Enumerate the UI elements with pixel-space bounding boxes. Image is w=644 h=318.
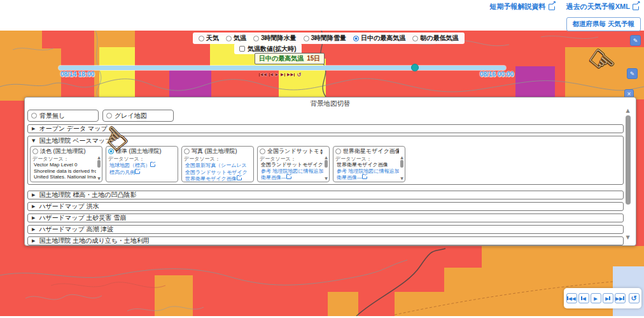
mini-playback-play-button[interactable]: ▶ (276, 73, 279, 77)
basemap-card-header[interactable]: 世界衛星モザイク画像 (国 (335, 148, 399, 155)
data-source-link[interactable]: 標高の凡例 (108, 169, 172, 176)
card-scrollbar[interactable]: ▲▼ (400, 155, 404, 180)
radio-icon (304, 36, 309, 41)
step-forward-icon: ▶ (605, 296, 610, 301)
radio-icon (226, 36, 232, 41)
map-annotate-button[interactable]: ✎ (627, 68, 638, 79)
link-past-forecast-xml[interactable]: 過去の天気予報XML (566, 2, 639, 11)
accordion-label: ハザードマップ 洪水 (39, 202, 99, 211)
data-source-link[interactable]: 衛星画像— (335, 174, 399, 181)
scrollbar-thumb[interactable] (97, 160, 101, 168)
playback-skip-end-button[interactable]: ▶▶ (615, 293, 626, 303)
background-option[interactable]: グレイ地図 (102, 110, 174, 122)
accordion-row[interactable]: ▶国土地理院 標高・土地の凹凸陰影 (27, 191, 624, 199)
data-source-link[interactable]: 参考 地理院地図に情報追加 — (335, 168, 399, 175)
top-links: 短期予報解説資料 過去の天気予報XML (490, 2, 639, 11)
scroll-down-icon[interactable]: ▼ (400, 176, 403, 180)
data-source-label: データソース： (108, 156, 172, 162)
accordions-top: ▶オープン データ マップ (27, 124, 624, 133)
scroll-up-icon[interactable]: ▲ (626, 108, 629, 113)
modal-body: 背景無しグレイ地図 ▶オープン データ マップ ▼ 国土地理院 ベースマップ 淡… (27, 110, 624, 248)
mini-playback-skip-end-button[interactable]: ▶▶ (287, 73, 295, 77)
data-source-link[interactable]: 世界衛星モザイク画像 (184, 175, 248, 182)
scrollbar-thumb[interactable] (626, 115, 631, 205)
accordion-label: 国土地理院 標高・土地の凹凸陰影 (39, 191, 136, 199)
layer-option-radio[interactable]: 気温 (226, 34, 246, 43)
checkbox-icon (239, 46, 245, 52)
playback-step-forward-button[interactable]: ▶ (603, 293, 613, 303)
accordion-row[interactable]: ▶ハザードマップ 洪水 (27, 202, 624, 211)
chevron-right-icon: ▶ (32, 126, 35, 131)
layer-option-label: 朝の最低気温 (420, 34, 458, 43)
layer-radio-group: 天気気温3時間降水量3時間降雪量日中の最高気温朝の最低気温 (193, 33, 465, 44)
accordion-row[interactable]: ▶ハザードマップ 高潮 津波 (27, 225, 624, 234)
data-source-text: Vector Map Level 0 (32, 162, 96, 168)
playback-play-button[interactable]: ▶ (591, 293, 601, 303)
data-source-link[interactable]: 参考 地理院地図に情報追加 — (260, 168, 323, 175)
layer-option-label: 気温 (234, 34, 246, 43)
link-forecast-commentary[interactable]: 短期予報解説資料 (490, 2, 555, 11)
data-source-link[interactable]: 衛星画像— (260, 174, 323, 181)
radio-icon (32, 148, 38, 154)
layer-option-radio[interactable]: 3時間降水量 (253, 34, 297, 43)
card-scrollbar[interactable]: ▲▼ (324, 155, 328, 180)
playback-reset-button[interactable]: ↺ (629, 293, 640, 303)
playback-step-back-button[interactable]: ◀ (578, 293, 589, 303)
chevron-right-icon: ▶ (32, 192, 35, 198)
scroll-up-icon[interactable]: ▲ (97, 155, 101, 159)
scroll-down-icon[interactable]: ▼ (626, 235, 629, 240)
data-source-link[interactable]: 全国最新写真（シームレス） (184, 162, 248, 169)
data-source-link[interactable]: 地球地図（標高） (108, 162, 172, 169)
scrollbar-thumb[interactable] (400, 160, 403, 168)
radio-icon (335, 148, 341, 154)
scroll-up-icon[interactable]: ▲ (400, 155, 403, 159)
timeline-slider-handle[interactable] (411, 64, 419, 71)
modal-scrollbar[interactable]: ▲ ▼ (624, 108, 631, 240)
map-edit-button[interactable]: ✎ (630, 35, 641, 46)
accordion-row[interactable]: ▶ハザードマップ 土砂災害 雪崩 (27, 213, 624, 222)
layer-option-radio[interactable]: 日中の最高気温 (353, 34, 405, 43)
mini-playback-step-back-button[interactable]: ◀ (269, 73, 274, 77)
mini-playback-step-forward-button[interactable]: ▶ (281, 73, 285, 77)
external-link-icon (286, 174, 291, 179)
timeline-end-label: 08/16 00:00 (480, 71, 514, 78)
background-option[interactable]: 背景無し (27, 110, 99, 122)
playback-skip-start-button[interactable]: ◀◀ (566, 293, 577, 303)
basemap-card-header[interactable]: 全国ランドサットモザイ▲▼ (260, 148, 323, 155)
scrollbar-thumb[interactable] (325, 160, 328, 168)
link-label: 短期予報解説資料 (490, 2, 546, 11)
link-label: 過去の天気予報XML (566, 2, 630, 11)
basemap-card-header[interactable]: 淡色 (国土地理院) (32, 148, 96, 155)
step-back-icon: ◀ (581, 296, 585, 301)
basemap-card-title: 世界衛星モザイク画像 (国 (343, 148, 399, 155)
background-map-switch-modal: 背景地図切替 背景無しグレイ地図 ▶オープン データ マップ ▼ 国土地理院 ベ… (24, 97, 636, 246)
scroll-down-icon[interactable]: ▼ (325, 176, 328, 180)
card-scrollbar[interactable]: ▲▼ (97, 155, 101, 180)
mini-playback-reset-button[interactable]: ↺ (297, 72, 302, 78)
layer-option-radio[interactable]: 朝の最低気温 (412, 34, 458, 43)
spinner-icon[interactable]: ▲▼ (320, 148, 323, 154)
layer-option-label: 3時間降雪量 (311, 34, 347, 43)
external-link-icon (633, 4, 639, 10)
layer-option-radio[interactable]: 3時間降雪量 (304, 34, 347, 43)
skip-end-icon: ▶▶ (287, 73, 295, 77)
scroll-down-icon[interactable]: ▼ (97, 176, 101, 180)
data-source-link[interactable]: 全国ランドサットモザイク画像 (184, 169, 248, 176)
mini-playback-skip-start-button[interactable]: ◀◀ (259, 73, 267, 77)
layer-option-label: 3時間降水量 (261, 34, 297, 43)
radio-icon (253, 36, 259, 41)
simple-options-row: 背景無しグレイ地図 (27, 110, 624, 122)
radio-icon (199, 36, 204, 41)
basemap-card: 世界衛星モザイク画像 (国データソース：世界衛星モザイク画像参考 地理院地図に情… (333, 146, 405, 182)
basemap-section-header[interactable]: ▼ 国土地理院 ベースマップ (28, 136, 623, 145)
accordion-row[interactable]: ▶国土地理院 土地の成り立ち・土地利用 (27, 236, 624, 245)
basemap-card-header[interactable]: 標準 (国土地理院) (108, 148, 172, 155)
basemap-card-header[interactable]: 写真 (国土地理院) (184, 148, 248, 155)
radio-icon (353, 36, 359, 41)
layer-option-radio[interactable]: 天気 (199, 34, 219, 43)
prefecture-forecast-button[interactable]: 都道府県毎 天気予報 (566, 17, 641, 31)
scroll-up-icon[interactable]: ▲ (325, 155, 328, 159)
reset-icon: ↺ (297, 72, 302, 78)
timeline-slider-track[interactable] (59, 66, 506, 70)
accordion-row[interactable]: ▶オープン データ マップ (27, 124, 624, 133)
